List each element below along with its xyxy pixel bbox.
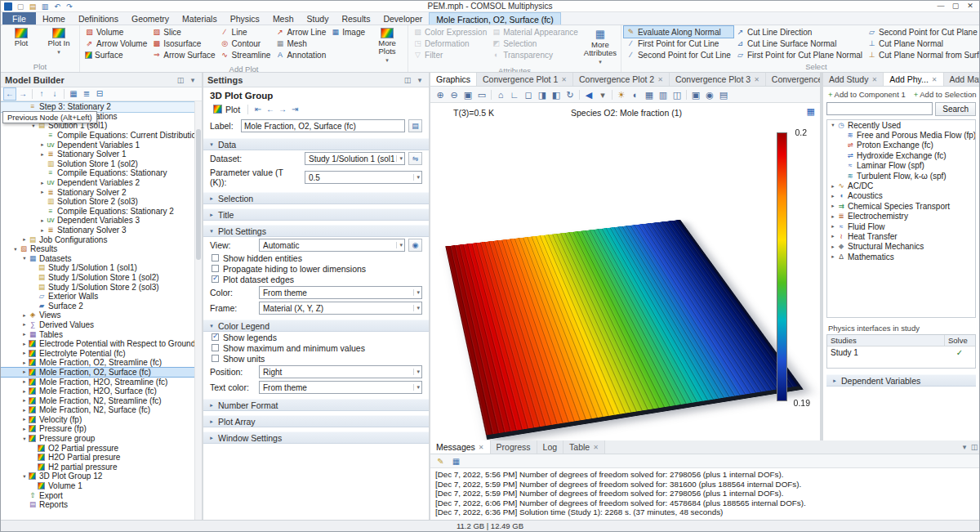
tree-item[interactable]: ▤ Study 1/Solution Store 1 (sol2) (1, 273, 202, 283)
checkbox[interactable] (212, 254, 219, 262)
tree-item[interactable]: ⇧ Export (1, 490, 202, 500)
ribbon-small-button[interactable]: ▨ Slice (149, 26, 217, 38)
expander-icon[interactable]: ▸ (39, 227, 46, 234)
ribbon-small-button[interactable]: ↗ Cut Line Direction (733, 26, 865, 38)
ribbon-small-button[interactable]: ▱ Second Point for Cut Plane Normal (865, 26, 979, 38)
next-node-icon[interactable]: → (17, 88, 29, 100)
checkbox[interactable] (212, 355, 219, 362)
ribbon-small-button[interactable]: ∕ First Point for Cut Line (624, 38, 733, 49)
undo-icon[interactable]: ↶ (51, 2, 63, 11)
plot-button[interactable]: Plot (210, 104, 243, 115)
position-select[interactable]: Right ▾ (259, 365, 422, 378)
xy-view-icon[interactable]: ◻ (522, 87, 535, 102)
physics-tree-item[interactable]: ▸ ◆ Structural Mechanics (827, 242, 975, 252)
panel-float-icon[interactable]: ◫ (969, 443, 979, 451)
add-panel-tab[interactable]: Add Phy... ✕ (884, 73, 943, 86)
collapse-all-icon[interactable]: ⊟ (94, 88, 105, 100)
expander-icon[interactable]: ▾ (21, 255, 28, 262)
ribbon-small-button[interactable]: ⊥ Cut Plane Normal from Surface (865, 49, 979, 60)
tree-item[interactable]: ▾ Pressure group (1, 434, 202, 444)
expander-icon[interactable]: ▸ (830, 253, 836, 260)
ribbon-tab[interactable]: Study (301, 12, 336, 25)
zoom-out-icon[interactable]: ⊖ (448, 87, 461, 102)
checkbox[interactable] (212, 275, 219, 283)
previous-node-icon[interactable]: ← (4, 88, 16, 100)
zoom-extents-icon[interactable]: ▣ (461, 87, 474, 102)
print-icon[interactable]: ▤ (717, 87, 730, 102)
expander-icon[interactable]: ▸ (39, 189, 46, 195)
tree-item[interactable]: ▸ ▤ Job Configurations (1, 235, 202, 244)
show-menu-icon[interactable]: ▦ (68, 88, 79, 100)
tree-item[interactable]: ▸ Electrode Potential with Respect to Gr… (1, 339, 202, 349)
text-color-select[interactable]: From theme ▾ (259, 381, 422, 394)
snapshot-icon[interactable]: ◉ (703, 87, 716, 102)
tree-item[interactable]: ▸ Velocity (fp) (1, 415, 202, 425)
ribbon-small-button[interactable]: ∕ Line (218, 26, 274, 38)
expander-icon[interactable]: ▸ (830, 244, 836, 250)
parameter-value-select[interactable]: 0.5 ▾ (305, 171, 422, 184)
search-input[interactable] (826, 102, 933, 115)
tree-item[interactable]: ▸ Mole Fraction, H2O, Streamline (fc) (1, 377, 202, 387)
redo-icon[interactable]: ↷ (64, 2, 75, 11)
expander-icon[interactable]: ▸ (21, 407, 28, 414)
expander-icon[interactable]: ▸ (39, 180, 46, 186)
tree-item[interactable]: H2 partial pressure (1, 463, 202, 472)
panel-float-icon[interactable]: ◫ (176, 76, 185, 84)
switch-units-icon[interactable]: ▤ (408, 119, 422, 132)
physics-tree-item[interactable]: ⇌ Hydroxide Exchange (fc) (827, 150, 975, 160)
ribbon-small-button[interactable]: Surface (82, 49, 149, 60)
ribbon-small-button[interactable]: ⇒ Arrow Surface (149, 49, 217, 60)
ribbon-small-button[interactable]: ▦ Image (328, 26, 368, 38)
zoom-box-icon[interactable]: ▭ (475, 87, 488, 102)
tree-item[interactable]: ▱ Exterior Walls (1, 292, 202, 302)
messages-tab[interactable]: Progress (491, 440, 537, 454)
tree-item[interactable]: ▸ uv Dependent Variables 3 (1, 216, 202, 226)
ribbon-small-button[interactable]: ↗ Arrow Line (273, 26, 328, 38)
tree-item[interactable]: ▾ ▧ Results (1, 244, 202, 254)
tree-item[interactable]: ▸ Mole Fraction, O2, Streamline (fc) (1, 358, 202, 368)
physics-tree-item[interactable]: ≈ Laminar Flow (spf) (827, 161, 975, 171)
ribbon-tab[interactable]: Mole Fraction, O2, Surface (fc) (429, 12, 561, 25)
panel-options-icon[interactable]: ▾ (960, 443, 969, 451)
expander-icon[interactable]: ▸ (21, 341, 28, 347)
rotate-view-icon[interactable]: ↻ (564, 87, 577, 102)
camera-icon[interactable]: ▣ (689, 87, 702, 102)
checkbox-row[interactable]: Show legends (203, 332, 429, 342)
section-color-legend[interactable]: ▾ Color Legend (203, 320, 429, 332)
tree-item[interactable]: ▸ Mole Fraction, O2, Surface (fc) (1, 368, 202, 378)
tree-item[interactable]: ▸ ≣ Stationary Solver 1 (1, 150, 202, 159)
view-select[interactable]: Automatic ▾ (259, 239, 405, 252)
add-link[interactable]: + Add to Selection (914, 90, 977, 99)
expander-icon[interactable]: ▸ (21, 378, 28, 385)
tree-item[interactable]: ▥ Solution Store 2 (sol3) (1, 197, 202, 207)
collapsed-section[interactable]: ▸ Number Format (203, 399, 429, 411)
graphics-tab[interactable]: Convergence Plot 2 ✕ (573, 73, 670, 86)
scrollbar[interactable] (194, 101, 202, 520)
ribbon-small-button[interactable]: ◐ Transparency (489, 49, 581, 60)
tab-close-icon[interactable]: ✕ (479, 444, 484, 451)
checkbox-row[interactable]: Plot dataset edges (203, 274, 429, 284)
color-table-icon[interactable]: ▥ (657, 87, 670, 102)
open-icon[interactable]: ▤ (27, 2, 38, 11)
checkbox-row[interactable]: Show maximum and minimum values (203, 342, 429, 353)
tree-item[interactable]: ≡ Compile Equations: Stationary (1, 168, 202, 178)
ribbon-small-button[interactable]: ▦ Mesh (273, 38, 328, 49)
tree-item[interactable]: ▸ ≣ Stationary Solver 3 (1, 226, 202, 235)
expander-icon[interactable]: ▾ (21, 436, 28, 442)
expander-icon[interactable]: ▸ (21, 331, 28, 338)
tree-settings-icon[interactable]: ≣ (81, 88, 92, 100)
plot-windows-icon[interactable]: ▦ (807, 106, 815, 117)
expander-icon[interactable]: ▸ (39, 141, 46, 148)
ribbon-small-button[interactable]: ∕ Second Point for Cut Line (624, 49, 733, 60)
tab-close-icon[interactable]: ✕ (871, 76, 877, 83)
ribbon-small-button[interactable]: ▧ Color Expression (411, 26, 489, 38)
checkbox-row[interactable]: Show hidden entities (203, 253, 429, 263)
expander-icon[interactable]: ▸ (39, 217, 46, 224)
collapsed-section[interactable]: ▸ Title (203, 208, 429, 221)
collapsed-section[interactable]: ▸ Selection (203, 192, 429, 204)
ribbon-tab[interactable]: Geometry (125, 12, 176, 25)
new-icon[interactable]: ▢ (15, 2, 26, 11)
tree-item[interactable]: ▤ Study 1/Solution 1 (sol1) (1, 263, 202, 273)
ribbon-small-button[interactable]: ▽ Filter (411, 49, 489, 60)
move-down-icon[interactable]: ↓ (49, 88, 60, 100)
